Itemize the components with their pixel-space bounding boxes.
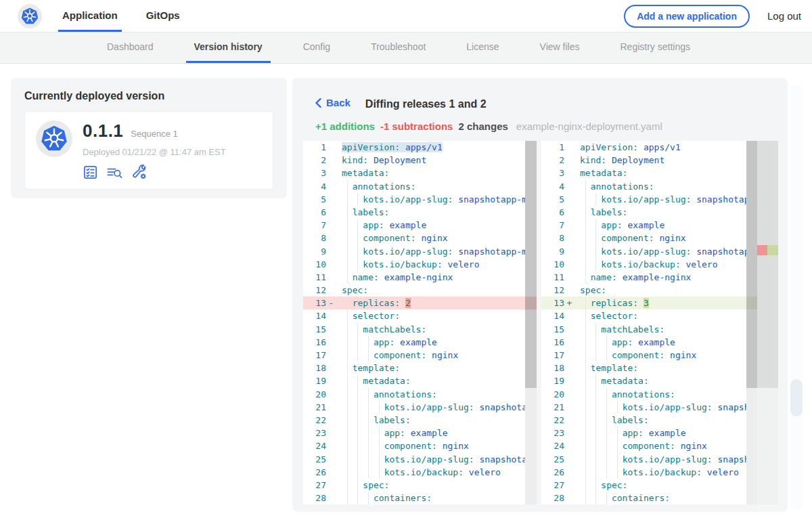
- diff-sign: [326, 362, 336, 374]
- diff-sign: [326, 193, 336, 206]
- diff-sign: [564, 479, 574, 492]
- line-number: 19: [541, 374, 564, 387]
- tab-registry-settings[interactable]: Registry settings: [612, 32, 698, 63]
- code-line: 10 kots.io/backup: velero: [303, 258, 537, 271]
- diff-sign: [326, 309, 336, 322]
- line-number: 16: [541, 336, 564, 349]
- line-number: 26: [541, 466, 564, 479]
- tab-application[interactable]: Application: [58, 0, 122, 32]
- line-number: 28: [541, 492, 564, 504]
- deployed-version-tile: 0.1.1 Sequence 1 Deployed 01/21/22 @ 11:…: [24, 111, 273, 190]
- line-number: 24: [541, 439, 564, 452]
- code-line: 8 component: nginx: [303, 232, 537, 244]
- code-line: 25 kots.io/app-slug: snapshotap: [303, 453, 537, 466]
- tab-dashboard[interactable]: Dashboard: [99, 32, 162, 63]
- code-line: 6 labels:: [541, 206, 778, 219]
- scrollbar-track-original[interactable]: [525, 141, 537, 504]
- line-number: 21: [541, 401, 564, 414]
- code-text: kots.io/app-slug: snapshotap: [574, 453, 746, 466]
- diff-sign: [564, 427, 574, 439]
- line-number: 13: [541, 297, 564, 309]
- sequence-label: Sequence 1: [131, 129, 177, 139]
- diff-sign: +: [564, 297, 574, 309]
- diff-sign: [326, 167, 336, 179]
- code-text: replicas: 3: [574, 297, 746, 309]
- tab-config[interactable]: Config: [295, 32, 338, 63]
- changes-count: 2 changes: [458, 121, 508, 132]
- scrollbar-thumb-modified[interactable]: [746, 141, 757, 388]
- checklist-icon[interactable]: [83, 165, 98, 180]
- line-number: 20: [541, 388, 564, 401]
- scrollbar-thumb-original[interactable]: [525, 141, 537, 388]
- diff-header: Back Diffing releases 1 and 2: [315, 97, 487, 110]
- add-application-button[interactable]: Add a new application: [624, 5, 750, 28]
- code-lines-modified: 1apiVersion: apps/v12kind: Deployment3me…: [541, 141, 778, 504]
- diff-sign: [326, 427, 336, 439]
- code-text: kots.io/app-slug: snapshotapp-mu: [336, 193, 525, 206]
- code-text: labels:: [574, 206, 746, 219]
- line-number: 5: [541, 193, 564, 206]
- code-line: 8 component: nginx: [541, 232, 778, 244]
- code-text: apiVersion: apps/v1: [574, 141, 746, 154]
- tab-view-files[interactable]: View files: [532, 32, 588, 63]
- kubernetes-logo-icon: [18, 4, 42, 28]
- line-number: 17: [541, 349, 564, 362]
- scrollbar-track-modified[interactable]: [746, 141, 757, 504]
- line-number: 23: [303, 427, 326, 439]
- diff-sign: [564, 374, 574, 387]
- code-text: annotations:: [336, 388, 525, 401]
- diff-sign: [564, 453, 574, 466]
- line-number: 25: [303, 453, 326, 466]
- tab-version-history[interactable]: Version history: [186, 32, 271, 63]
- line-number: 12: [303, 284, 326, 297]
- search-logs-icon[interactable]: [106, 165, 123, 180]
- tab-license[interactable]: License: [458, 32, 507, 63]
- code-text: app: example: [574, 219, 746, 232]
- code-line: 17 component: nginx: [303, 349, 537, 362]
- deployed-card-title: Currently deployed version: [24, 90, 273, 102]
- code-line: 27 spec:: [541, 479, 778, 492]
- code-line: 27 spec:: [303, 479, 537, 492]
- line-number: 2: [303, 154, 326, 167]
- code-text: metadata:: [336, 167, 525, 179]
- code-line: 20 annotations:: [541, 388, 778, 401]
- code-text: app: example: [336, 336, 525, 349]
- diff-sign: [326, 206, 336, 219]
- topbar-actions: Add a new application Log out: [624, 0, 801, 32]
- diff-sign: [564, 271, 574, 284]
- wrench-gear-icon[interactable]: [131, 164, 148, 180]
- diff-sign: [326, 388, 336, 401]
- diff-sign: [564, 258, 574, 271]
- code-text: template:: [336, 362, 525, 374]
- line-number: 27: [541, 479, 564, 492]
- diff-panel-modified: 1apiVersion: apps/v12kind: Deployment3me…: [541, 141, 778, 504]
- diff-sign: [564, 323, 574, 336]
- code-text: replicas: 2: [336, 297, 525, 309]
- line-number: 18: [303, 362, 326, 374]
- page-scrollbar-track[interactable]: [790, 85, 803, 510]
- line-number: 8: [303, 232, 326, 244]
- code-text: metadata:: [574, 374, 746, 387]
- code-text: spec:: [574, 284, 746, 297]
- line-number: 19: [303, 374, 326, 387]
- code-line: 26 kots.io/backup: velero: [303, 466, 537, 479]
- deployed-timestamp: Deployed 01/21/22 @ 11:47 am EST: [83, 147, 226, 157]
- back-link[interactable]: Back: [315, 97, 351, 108]
- subtractions-count: -1 subtractions: [380, 121, 453, 132]
- code-line: 9 kots.io/app-slug: snapshotapp-mu: [541, 245, 778, 258]
- code-line: 21 kots.io/app-slug: snapshotap: [541, 401, 778, 414]
- topnav-tabs: Application GitOps: [58, 0, 184, 32]
- code-text: selector:: [336, 309, 525, 322]
- line-number: 3: [303, 167, 326, 179]
- line-number: 9: [303, 245, 326, 258]
- code-line: 6 labels:: [303, 206, 537, 219]
- code-text: apiVersion: apps/v1: [336, 141, 525, 154]
- diff-sign: [326, 349, 336, 362]
- page-scrollbar-thumb[interactable]: [790, 379, 803, 416]
- tab-troubleshoot[interactable]: Troubleshoot: [363, 32, 434, 63]
- code-line: 3metadata:: [303, 167, 537, 179]
- diff-sign: [564, 362, 574, 374]
- diff-stats: +1 additions -1 subtractions 2 changes e…: [315, 121, 662, 132]
- tab-gitops[interactable]: GitOps: [142, 0, 184, 32]
- logout-link[interactable]: Log out: [767, 10, 801, 22]
